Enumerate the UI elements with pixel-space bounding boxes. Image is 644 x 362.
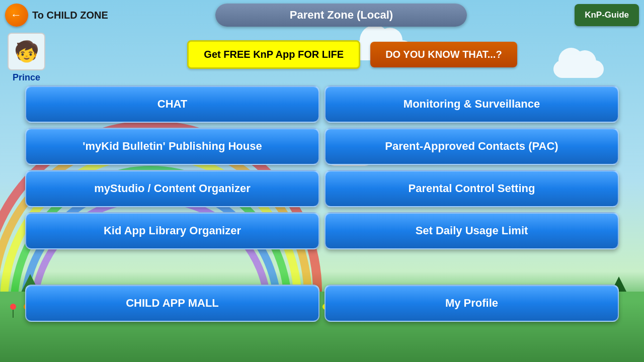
profile-section: 🧒 Prince	[8, 33, 45, 83]
bulletin-button[interactable]: 'myKid Bulletin' Publishing House	[25, 128, 319, 165]
back-label: To CHILD ZONE	[32, 10, 108, 21]
main-grid: CHAT Monitoring & Surveillance 'myKid Bu…	[5, 85, 639, 249]
profile-name: Prince	[13, 72, 40, 83]
avatar-image: 🧒	[14, 40, 39, 63]
studio-button[interactable]: myStudio / Content Organizer	[25, 170, 319, 207]
promo-row: Get FREE KnP App FOR LIFE DO YOU KNOW TH…	[65, 40, 639, 69]
top-bar: ← To CHILD ZONE Parent Zone (Local) KnP-…	[0, 0, 644, 30]
usage-button[interactable]: Set Daily Usage Limit	[325, 212, 619, 249]
back-button[interactable]: ← To CHILD ZONE	[5, 4, 108, 27]
chat-button[interactable]: CHAT	[25, 85, 319, 123]
monitoring-button[interactable]: Monitoring & Surveillance	[325, 85, 619, 123]
avatar[interactable]: 🧒	[8, 33, 45, 70]
my-profile-button[interactable]: My Profile	[325, 285, 619, 322]
child-app-mall-button[interactable]: CHILD APP MALL	[25, 285, 319, 322]
library-button[interactable]: Kid App Library Organizer	[25, 212, 319, 249]
parental-button[interactable]: Parental Control Setting	[325, 170, 619, 207]
know-that-button[interactable]: DO YOU KNOW THAT...?	[370, 42, 517, 67]
contacts-button[interactable]: Parent-Approved Contacts (PAC)	[325, 128, 619, 165]
page-title: Parent Zone (Local)	[215, 4, 467, 27]
free-app-button[interactable]: Get FREE KnP App FOR LIFE	[187, 40, 360, 69]
back-arrow-icon: ←	[11, 9, 22, 22]
knp-guide-button[interactable]: KnP-Guide	[575, 4, 639, 26]
back-circle-icon: ←	[5, 4, 28, 27]
bottom-grid: CHILD APP MALL My Profile	[5, 285, 639, 322]
